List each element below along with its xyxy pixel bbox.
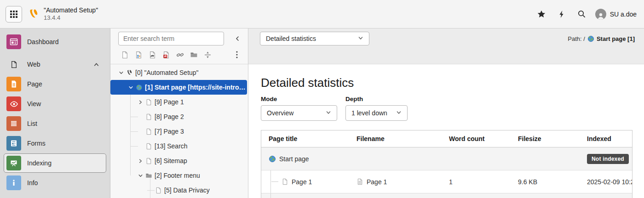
depth-label: Depth (345, 96, 408, 102)
tree-node-start-page[interactable]: [1] Start page [https://site-intro… (110, 80, 247, 95)
page-icon (154, 187, 162, 194)
view-eye-icon (6, 96, 21, 111)
tree-node-sitemap[interactable]: [6] Sitemap (110, 153, 248, 168)
page-icon (144, 98, 153, 106)
cell-word-count: 1 (449, 178, 518, 186)
sidebar-item-forms[interactable]: Forms (4, 134, 106, 153)
col-word-count: Word count (449, 135, 518, 142)
list-icon (6, 116, 21, 131)
tree-node-root[interactable]: [0] "Automated Setup" (110, 65, 248, 80)
tree-node-search[interactable]: [13] Search (110, 139, 248, 153)
username: SU a.doe (610, 11, 637, 18)
chevron-up-icon (93, 62, 102, 68)
module-body: Detailed statistics Mode Overview Depth (248, 64, 644, 198)
page-icon (144, 157, 153, 164)
user-menu[interactable]: SU a.doe (594, 7, 638, 22)
tree-search-input[interactable] (118, 32, 224, 45)
topbar: "Automated Setup" 13.4.4 SU a.doe (0, 0, 644, 28)
typo3-logo-icon (28, 8, 40, 20)
sidebar-item-dashboard[interactable]: Dashboard (4, 32, 106, 51)
mode-select[interactable]: Overview (261, 105, 337, 121)
page-tree-panel: [0] "Automated Setup" [1] Start page [ht… (110, 28, 248, 198)
page-icon (144, 142, 153, 150)
chevron-down-icon[interactable] (117, 68, 125, 77)
sidebar-item-view[interactable]: View (4, 94, 106, 113)
not-indexed-badge: Not indexed (587, 154, 629, 164)
table-header-row: Page title Filename Word count Filesize … (261, 130, 632, 147)
tree-more-options-icon[interactable] (231, 49, 242, 60)
clear-cache-bolt-icon[interactable] (554, 6, 569, 22)
folder-icon (144, 172, 153, 179)
sidebar-group-web[interactable]: Web (4, 55, 106, 74)
path-label: Path: / (568, 35, 585, 42)
sidebar-item-list[interactable]: List (4, 114, 106, 133)
avatar (595, 9, 606, 20)
module-grid-button[interactable] (6, 6, 22, 23)
external-link-icon[interactable] (173, 49, 186, 60)
page-icon (144, 128, 153, 135)
backend-user-section-page-icon[interactable] (132, 49, 145, 60)
bookmarks-star-icon[interactable] (534, 6, 549, 22)
col-filename: Filename (356, 135, 449, 142)
search-icon[interactable] (574, 6, 590, 22)
chevron-down-icon[interactable] (136, 171, 144, 180)
chevron-down-icon (390, 109, 402, 117)
tree-node-page-1[interactable]: [9] Page 1 (110, 95, 248, 109)
depth-select[interactable]: 1 level down (345, 105, 408, 121)
chevron-right-icon[interactable] (136, 98, 144, 106)
page-title: Detailed statistics (261, 76, 644, 90)
shortcut-page-icon[interactable] (146, 49, 159, 60)
col-page-title: Page title (261, 135, 356, 142)
tree-branch-line (131, 131, 138, 132)
globe-icon (135, 84, 143, 91)
col-filesize: Filesize (518, 135, 587, 142)
grid-icon (10, 11, 17, 18)
tree-branch-line (131, 117, 138, 117)
page-icon (282, 178, 288, 185)
sidebar-item-page[interactable]: Page (4, 74, 106, 94)
mode-label: Mode (261, 96, 337, 102)
depth-value: 1 level down (351, 109, 387, 117)
table-row-start-page: Start page Not indexed (261, 147, 632, 170)
chevron-down-icon[interactable] (126, 83, 135, 91)
page-module-icon (6, 77, 21, 91)
dashboard-icon (6, 34, 21, 49)
tree-branch-line (271, 181, 278, 182)
collapse-tree-icon[interactable] (231, 33, 243, 45)
site-title: "Automated Setup" (44, 6, 98, 15)
path-page: Start page [1] (597, 35, 635, 42)
tree-branch-line (147, 190, 155, 191)
folder-icon[interactable] (187, 49, 200, 60)
cell-page-title: Page 1 (292, 178, 312, 186)
new-page-icon[interactable] (118, 49, 131, 60)
cell-filesize: 9.6 KB (518, 178, 587, 186)
sidebar-item-indexing[interactable]: Indexing (4, 153, 106, 173)
forms-icon (6, 136, 21, 151)
tree-node-footer-menu[interactable]: [2] Footer menu (110, 168, 248, 183)
table-row-page-1: Page 1 Page 1 1 9.6 KB 2025-02-09 10:2 (261, 170, 632, 193)
tree-node-page-3[interactable]: [7] Page 3 (110, 124, 248, 139)
breadcrumb: Path: / Start page [1] (568, 32, 635, 42)
mountpoint-page-icon[interactable] (160, 49, 172, 60)
tree-toolbar (110, 28, 248, 64)
tree-node-page-2[interactable]: [8] Page 2 (110, 109, 248, 124)
function-menu-value: Detailed statistics (266, 35, 316, 42)
document-icon (356, 178, 363, 185)
chevron-down-icon (358, 35, 363, 42)
info-icon (6, 175, 21, 190)
indexing-icon (6, 156, 21, 170)
typo3-root-icon (125, 69, 133, 76)
typo3-backend: "Automated Setup" 13.4.4 SU a.doe (0, 0, 644, 198)
tree-branch-line (131, 146, 138, 147)
spacer-icon[interactable] (201, 49, 214, 60)
tree-node-data-privacy[interactable]: [5] Data Privacy (110, 183, 248, 198)
sidebar-item-info[interactable]: Info (4, 173, 106, 192)
chevron-right-icon[interactable] (136, 157, 144, 165)
cell-indexed: 2025-02-09 10:2 (587, 178, 632, 186)
globe-icon (269, 155, 276, 163)
cell-page-title: Start page (279, 155, 309, 163)
web-page-icon (6, 57, 21, 72)
function-menu-select[interactable]: Detailed statistics (260, 32, 369, 45)
cell-filename: Page 1 (367, 178, 387, 186)
doc-header: Detailed statistics Path: / Start page [… (248, 28, 644, 64)
